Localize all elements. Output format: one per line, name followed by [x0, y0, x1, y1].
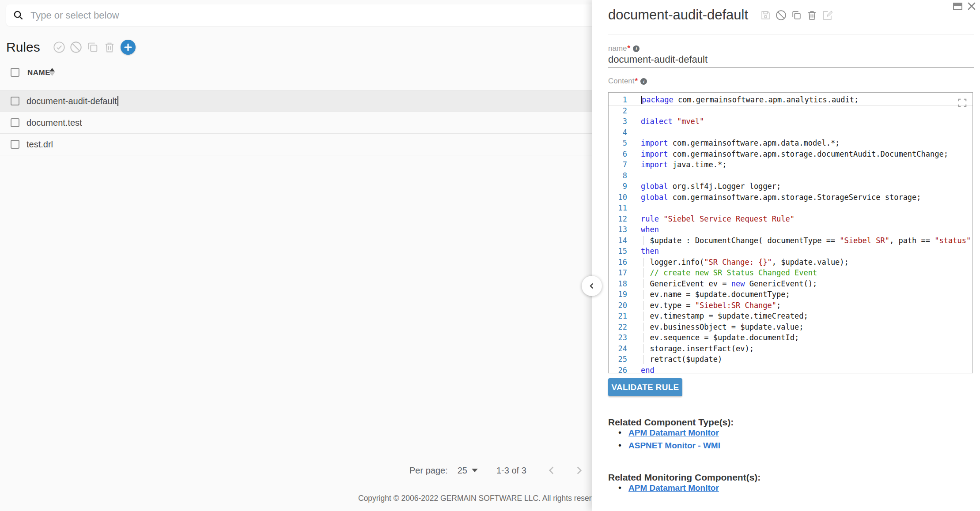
page-title: Rules	[6, 40, 40, 55]
header-divider	[608, 34, 974, 34]
bullet-icon: •	[618, 483, 621, 493]
window-controls	[948, 2, 976, 10]
code-line: 4	[609, 127, 972, 138]
panel-title: document-audit-default	[608, 7, 748, 23]
code-line: 25 retract($update)	[609, 354, 972, 365]
code-token: "Siebel Service Request Rule"	[663, 214, 795, 223]
row-checkbox[interactable]	[11, 97, 19, 105]
code-editor[interactable]: 1package com.germainsoftware.apm.analyti…	[608, 92, 973, 373]
code-text: rule "Siebel Service Request Rule"	[641, 214, 972, 225]
code-text: ev.sequence = $update.documentId;	[641, 332, 972, 343]
copy-icon[interactable]	[791, 10, 802, 21]
line-number: 15	[609, 246, 627, 257]
rule-name: document.test	[26, 118, 82, 128]
per-page-value: 25	[458, 466, 467, 476]
sort-indicator[interactable]	[49, 68, 55, 76]
related-link[interactable]: APM Datamart Monitor	[628, 428, 719, 438]
info-icon[interactable]: i	[640, 78, 647, 85]
code-text: $update : DocumentChange( documentType =…	[641, 235, 972, 246]
line-number: 23	[609, 332, 627, 343]
line-number: 26	[609, 365, 627, 374]
line-number: 5	[609, 138, 627, 149]
row-checkbox[interactable]	[11, 140, 19, 149]
select-all-checkbox[interactable]	[11, 68, 19, 77]
next-page-button[interactable]	[573, 465, 585, 476]
code-token: package	[642, 95, 674, 104]
caret-down-icon	[472, 469, 478, 472]
required-asterisk: *	[635, 77, 638, 85]
save-icon[interactable]	[760, 10, 771, 21]
trash-icon[interactable]	[103, 41, 116, 53]
related-link[interactable]: APM Datamart Monitor	[628, 483, 719, 493]
code-token: logger.info(	[641, 258, 704, 267]
chevron-left-icon	[546, 465, 557, 476]
code-line: 14 $update : DocumentChange( documentTyp…	[609, 235, 972, 246]
line-number: 12	[609, 214, 627, 225]
code-line: 24 storage.insertFact(ev);	[609, 343, 972, 354]
code-token: java.time.*;	[668, 160, 726, 169]
code-token: rule	[641, 214, 659, 223]
code-line: 18 GenericEvent ev = new GenericEvent();	[609, 278, 972, 289]
code-token: import	[641, 160, 668, 169]
code-token: $update : DocumentChange( documentType =…	[641, 236, 840, 245]
code-text: import com.germainsoftware.apm.data.mode…	[641, 138, 972, 149]
code-token: dialect	[641, 117, 673, 126]
line-number: 25	[609, 354, 627, 365]
close-panel-button[interactable]	[968, 2, 976, 10]
code-line: 19 ev.name = $update.documentType;	[609, 289, 972, 300]
line-number: 18	[609, 278, 627, 289]
code-text: import java.time.*;	[641, 159, 972, 170]
copy-icon[interactable]	[87, 41, 99, 53]
collapse-panel-button[interactable]	[582, 276, 602, 296]
edit-icon[interactable]	[822, 10, 833, 21]
code-line: 21 ev.timestamp = $update.timeCreated;	[609, 311, 972, 322]
previous-page-button[interactable]	[546, 465, 557, 476]
code-token: "status"	[935, 236, 971, 245]
code-token: end	[641, 366, 655, 374]
maximize-button[interactable]	[953, 3, 962, 10]
code-line: 3dialect "mvel"	[609, 116, 972, 127]
code-token: retract($update)	[641, 355, 722, 364]
code-token: new	[731, 279, 745, 288]
name-field-value[interactable]: document-audit-default	[608, 54, 708, 65]
code-text: ev.type = "Siebel:SR Change";	[641, 300, 972, 311]
related-link[interactable]: ASPNET Monitor - WMI	[628, 441, 720, 451]
rules-header: Rules	[6, 38, 136, 56]
code-token: ev.name = $update.documentType;	[641, 290, 790, 299]
code-text: package com.germainsoftware.apm.analytic…	[641, 94, 972, 105]
fullscreen-button[interactable]	[957, 98, 967, 108]
ban-icon[interactable]	[70, 41, 82, 53]
code-lines: 1package com.germainsoftware.apm.analyti…	[609, 94, 972, 373]
code-token: GenericEvent();	[745, 279, 817, 288]
column-header-name[interactable]: NAME	[27, 68, 50, 77]
code-token: // create new SR Status Changed Event	[641, 268, 817, 277]
info-icon[interactable]: i	[633, 45, 639, 52]
ban-icon[interactable]	[776, 10, 787, 21]
code-token: ;	[776, 301, 781, 310]
code-line: 1package com.germainsoftware.apm.analyti…	[609, 94, 972, 105]
list-item: •ASPNET Monitor - WMI	[618, 439, 720, 452]
add-rule-button[interactable]	[121, 40, 136, 55]
line-number: 21	[609, 311, 627, 322]
content-field-label: Content*i	[608, 77, 647, 86]
row-checkbox[interactable]	[11, 118, 19, 127]
code-line: 22 ev.businessObject = $update.value;	[609, 322, 972, 333]
pagination-range: 1-3 of 3	[496, 466, 526, 476]
code-line: 6import com.germainsoftware.apm.storage.…	[609, 149, 972, 160]
per-page-label: Per page:	[409, 466, 448, 476]
code-token	[659, 214, 663, 223]
bullet-icon: •	[618, 440, 621, 451]
code-token: global	[641, 182, 668, 191]
sort-desc-icon	[49, 72, 55, 76]
validate-rule-button[interactable]: VALIDATE RULE	[608, 378, 682, 396]
check-circle-icon[interactable]	[53, 41, 65, 53]
line-number: 19	[609, 289, 627, 300]
plus-icon	[124, 43, 132, 51]
detail-panel: document-audit-default name*i document-a…	[592, 0, 980, 511]
per-page-select[interactable]: 25	[458, 466, 478, 476]
code-token: global	[641, 193, 668, 202]
trash-icon[interactable]	[806, 10, 817, 21]
panel-header: document-audit-default	[608, 7, 835, 23]
code-line: 5import com.germainsoftware.apm.data.mod…	[609, 138, 972, 149]
content-label-text: Content	[608, 77, 635, 85]
